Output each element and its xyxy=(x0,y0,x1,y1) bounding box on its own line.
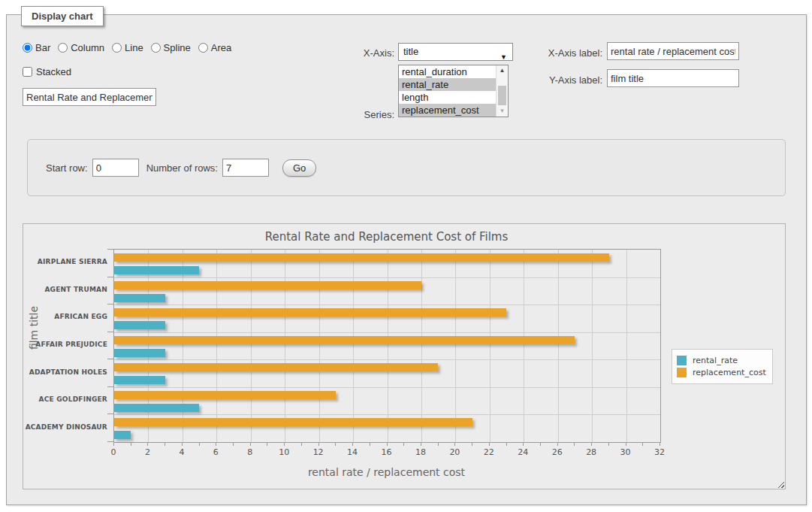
gridline-vertical xyxy=(558,250,559,442)
x-axis-tick xyxy=(387,442,388,446)
bar-rental_rate xyxy=(114,266,199,274)
stacked-checkbox[interactable] xyxy=(23,67,32,77)
gridline-vertical xyxy=(285,250,285,442)
gridline-horizontal xyxy=(114,304,660,305)
gridline-vertical xyxy=(319,250,320,442)
x-axis-minor-tick xyxy=(131,442,131,446)
x-axis-label-input[interactable] xyxy=(607,42,739,60)
series-scrollbar[interactable]: ▲ ▼ xyxy=(496,65,508,117)
x-axis-select-label: X-Axis: xyxy=(323,47,394,59)
x-axis-tick xyxy=(147,442,148,446)
chart-type-column[interactable]: Column xyxy=(58,42,104,53)
gridline-horizontal xyxy=(114,332,660,333)
chart-type-spline[interactable]: Spline xyxy=(151,42,191,53)
x-axis-tick xyxy=(113,442,114,446)
legend-swatch xyxy=(677,356,687,365)
scroll-down-icon[interactable]: ▼ xyxy=(497,106,508,117)
chart-type-line[interactable]: Line xyxy=(112,42,143,53)
y-axis-title: film title xyxy=(28,283,40,373)
chart-type-radio-label: Bar xyxy=(35,42,50,53)
series-select-label: Series: xyxy=(323,109,394,120)
chart-title-input[interactable] xyxy=(23,88,156,106)
x-axis-minor-tick xyxy=(642,442,643,446)
chart-type-bar[interactable]: Bar xyxy=(23,42,50,53)
chart-legend: rental_ratereplacement_cost xyxy=(672,349,773,384)
gridline-horizontal xyxy=(114,359,660,360)
x-axis-minor-tick xyxy=(472,442,472,446)
start-row-input[interactable] xyxy=(92,159,139,177)
series-option-length[interactable]: length xyxy=(399,91,497,104)
x-axis-tick-label: 24 xyxy=(512,447,534,457)
gridline-vertical xyxy=(148,250,149,442)
legend-entry-replacement_cost: replacement_cost xyxy=(677,368,766,377)
chart-type-radio-area[interactable] xyxy=(198,43,208,53)
gridline-vertical xyxy=(183,250,183,442)
go-button[interactable]: Go xyxy=(282,159,316,177)
category-label: ACE GOLDFINGER xyxy=(23,395,107,403)
category-label: AFRICAN EGG xyxy=(23,313,107,320)
chart-type-radio-column[interactable] xyxy=(58,43,68,53)
x-axis-minor-tick xyxy=(574,442,575,446)
x-axis-minor-tick xyxy=(540,442,541,446)
chart-title: Rental Rate and Replacement Cost of Film… xyxy=(113,230,660,244)
x-axis-tick xyxy=(284,442,285,446)
x-axis-tick xyxy=(591,442,592,446)
x-axis-tick-label: 28 xyxy=(580,447,602,457)
gridline-vertical xyxy=(524,250,524,442)
x-axis-minor-tick xyxy=(301,442,302,446)
x-axis-tick-label: 6 xyxy=(204,447,227,457)
resize-grip[interactable] xyxy=(777,480,784,488)
y-axis-tick xyxy=(107,359,113,359)
chart-type-radio-bar[interactable] xyxy=(23,43,32,53)
x-axis-label-label: X-Axis label: xyxy=(541,47,602,59)
series-multiselect[interactable]: rental_durationrental_ratelengthreplacem… xyxy=(398,65,509,117)
x-axis-tick xyxy=(216,442,216,446)
series-option-rental_rate[interactable]: rental_rate xyxy=(399,78,497,91)
x-axis-tick-label: 8 xyxy=(239,447,261,457)
x-axis-title: rental rate / replacement cost xyxy=(113,466,660,478)
category-label: ADAPTATION HOLES xyxy=(23,368,107,376)
series-option-replacement_cost[interactable]: replacement_cost xyxy=(399,104,497,117)
chart-type-radio-group: BarColumnLineSplineArea xyxy=(23,42,236,53)
y-axis-tick xyxy=(107,304,113,304)
chart-type-radio-spline[interactable] xyxy=(151,43,161,53)
scrollbar-thumb[interactable] xyxy=(498,86,506,105)
chart-type-radio-label: Line xyxy=(125,42,143,53)
x-axis-minor-tick xyxy=(165,442,165,446)
chart-type-radio-label: Area xyxy=(211,42,231,53)
x-axis-minor-tick xyxy=(370,442,370,446)
x-axis-tick xyxy=(626,442,626,446)
x-axis-minor-tick xyxy=(506,442,507,446)
chart-type-radio-line[interactable] xyxy=(112,43,122,53)
bar-rental_rate xyxy=(114,376,165,384)
legend-entry-rental_rate: rental_rate xyxy=(677,356,766,365)
rows-control-panel: Start row: Number of rows: Go xyxy=(27,139,786,196)
y-axis-tick xyxy=(107,441,113,442)
chart-type-radio-label: Spline xyxy=(164,42,191,53)
y-axis-label-input[interactable] xyxy=(607,69,739,87)
series-options: rental_durationrental_ratelengthreplacem… xyxy=(399,65,497,117)
bar-replacement_cost xyxy=(114,418,472,426)
y-axis-tick xyxy=(107,332,113,332)
y-axis-tick xyxy=(107,414,113,414)
gridline-vertical xyxy=(421,250,422,442)
stacked-checkbox-row[interactable]: Stacked xyxy=(23,66,71,77)
x-axis-tick xyxy=(557,442,558,446)
chart-type-area[interactable]: Area xyxy=(198,42,231,53)
series-option-rental_duration[interactable]: rental_duration xyxy=(399,65,497,78)
x-axis-minor-tick xyxy=(199,442,200,446)
bar-replacement_cost xyxy=(114,391,336,399)
y-axis-tick xyxy=(107,277,113,277)
bar-replacement_cost xyxy=(114,336,575,344)
gridline-vertical xyxy=(626,250,627,442)
gridline-vertical xyxy=(216,250,217,442)
x-axis-minor-tick xyxy=(233,442,234,446)
gridline-vertical xyxy=(455,250,456,442)
y-axis-label-label: Y-Axis label: xyxy=(541,74,602,86)
scroll-up-icon[interactable]: ▲ xyxy=(497,65,508,76)
panel-legend: Display chart xyxy=(21,6,104,26)
legend-label: replacement_cost xyxy=(693,368,766,377)
number-of-rows-input[interactable] xyxy=(222,159,269,177)
x-axis-select[interactable]: title ▼ xyxy=(398,43,513,61)
x-axis-selected-value: title xyxy=(403,46,418,57)
